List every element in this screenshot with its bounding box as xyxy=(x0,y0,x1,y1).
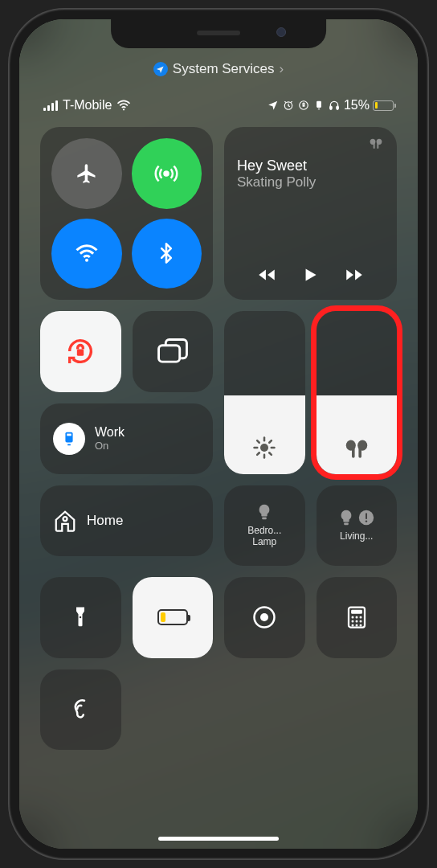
flashlight-icon xyxy=(68,605,92,629)
media-title: Hey Sweet xyxy=(237,158,384,174)
svg-point-46 xyxy=(351,620,353,623)
phone-frame: System Services › T-Mobile 15% xyxy=(8,8,429,860)
svg-line-24 xyxy=(270,440,272,443)
home-icon xyxy=(53,509,77,533)
svg-point-48 xyxy=(359,620,361,623)
svg-point-47 xyxy=(355,620,357,623)
accessory-bedroom-lamp[interactable]: Bedro... Lamp xyxy=(224,485,305,567)
focus-icon-circle xyxy=(53,423,85,455)
svg-point-43 xyxy=(351,616,353,619)
svg-rect-11 xyxy=(374,143,375,149)
status-bar: T-Mobile 15% xyxy=(40,98,397,113)
rotation-lock-button[interactable] xyxy=(40,311,121,392)
airplane-icon xyxy=(76,162,98,185)
lightbulb-icon xyxy=(255,503,273,521)
svg-rect-14 xyxy=(77,350,84,356)
battery-icon xyxy=(373,100,394,111)
svg-rect-6 xyxy=(330,106,332,109)
svg-point-32 xyxy=(63,517,67,521)
svg-rect-33 xyxy=(263,517,268,519)
record-icon xyxy=(252,605,276,629)
bluetooth-icon xyxy=(155,242,178,264)
svg-rect-30 xyxy=(67,433,71,436)
brightness-slider[interactable] xyxy=(224,311,305,474)
home-tile[interactable]: Home xyxy=(40,485,213,556)
svg-rect-34 xyxy=(345,522,349,525)
alert-icon xyxy=(357,509,375,526)
svg-point-0 xyxy=(123,108,125,110)
svg-line-22 xyxy=(270,452,272,455)
notch xyxy=(111,19,326,48)
svg-rect-28 xyxy=(358,447,361,457)
volume-slider[interactable] xyxy=(317,311,398,474)
svg-rect-5 xyxy=(318,108,320,109)
return-to-app-link[interactable]: System Services › xyxy=(40,61,397,77)
briefcase-icon xyxy=(60,430,78,448)
media-artist: Skating Polly xyxy=(237,174,384,190)
cellular-data-button[interactable] xyxy=(132,138,202,209)
airpods-icon xyxy=(368,138,384,149)
carrier-label: T-Mobile xyxy=(63,98,112,113)
antenna-icon xyxy=(154,162,178,186)
svg-point-9 xyxy=(85,259,88,262)
svg-point-44 xyxy=(355,616,357,619)
svg-point-40 xyxy=(260,613,268,621)
svg-line-23 xyxy=(257,452,259,455)
svg-point-16 xyxy=(260,444,268,452)
svg-rect-42 xyxy=(351,610,362,614)
svg-rect-26 xyxy=(352,447,355,457)
screen: System Services › T-Mobile 15% xyxy=(19,19,418,849)
screen-record-button[interactable] xyxy=(224,577,305,658)
svg-point-37 xyxy=(366,520,367,522)
screen-mirroring-button[interactable] xyxy=(133,311,214,392)
wifi-icon xyxy=(116,100,131,111)
airplane-mode-button[interactable] xyxy=(51,138,122,209)
cellular-signal-icon xyxy=(43,100,58,111)
calculator-button[interactable] xyxy=(317,577,398,658)
focus-status-icon xyxy=(313,100,325,111)
svg-point-8 xyxy=(165,171,169,175)
focus-name: Work xyxy=(95,425,125,440)
svg-rect-31 xyxy=(67,444,71,445)
svg-point-49 xyxy=(351,624,353,627)
location-arrow-icon xyxy=(153,62,168,76)
battery-low-icon xyxy=(157,609,188,625)
lightbulb-icon xyxy=(337,509,355,526)
flashlight-button[interactable] xyxy=(40,577,121,658)
rotation-lock-status-icon xyxy=(298,100,309,111)
wifi-icon xyxy=(75,244,99,263)
svg-point-50 xyxy=(355,624,357,627)
calculator-icon xyxy=(345,605,369,629)
svg-rect-7 xyxy=(337,106,338,109)
connectivity-tile[interactable] xyxy=(40,127,213,300)
location-status-icon xyxy=(268,100,279,111)
alarm-icon xyxy=(283,100,294,111)
previous-track-button[interactable] xyxy=(256,264,277,285)
media-tile[interactable]: Hey Sweet Skating Polly xyxy=(224,127,397,300)
svg-rect-4 xyxy=(317,101,321,108)
bluetooth-button[interactable] xyxy=(132,219,202,289)
next-track-button[interactable] xyxy=(344,264,365,285)
accessory-living[interactable]: Living... xyxy=(317,485,398,567)
headphones-icon xyxy=(329,100,340,111)
focus-state: On xyxy=(95,440,125,452)
accessory-label: Living... xyxy=(340,531,373,542)
low-power-mode-button[interactable] xyxy=(133,577,214,658)
svg-point-38 xyxy=(80,616,82,619)
return-to-app-label: System Services xyxy=(173,61,275,77)
svg-line-21 xyxy=(257,440,259,443)
svg-rect-15 xyxy=(158,346,179,362)
home-indicator[interactable] xyxy=(158,837,279,841)
wifi-button[interactable] xyxy=(51,219,122,289)
rotation-lock-icon xyxy=(64,335,96,367)
hearing-button[interactable] xyxy=(40,669,121,751)
airpods-icon xyxy=(342,439,371,460)
chevron-right-icon: › xyxy=(279,61,284,77)
brightness-icon xyxy=(252,436,276,460)
svg-rect-36 xyxy=(366,513,367,518)
play-button[interactable] xyxy=(300,264,321,285)
home-label: Home xyxy=(87,513,123,529)
focus-tile[interactable]: Work On xyxy=(40,403,213,474)
svg-rect-13 xyxy=(377,143,378,149)
battery-pct-label: 15% xyxy=(344,98,370,113)
